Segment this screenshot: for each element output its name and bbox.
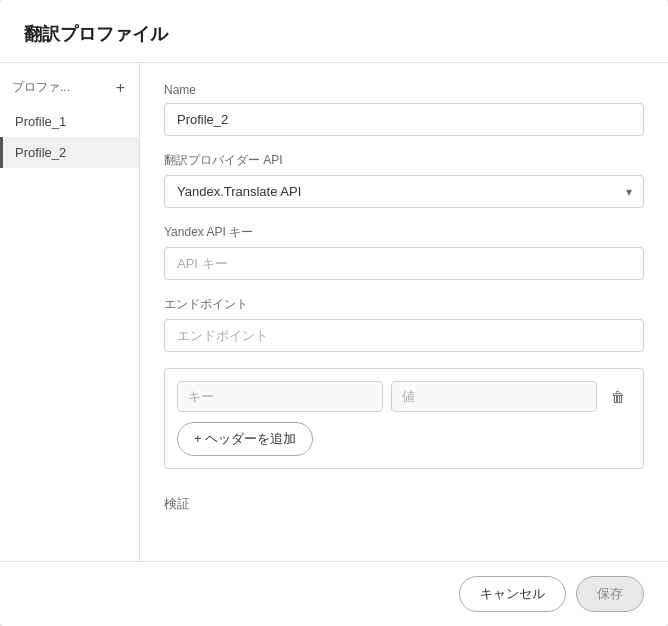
provider-select-wrapper: Yandex.Translate API Google Translate AP…	[164, 175, 644, 208]
add-header-button[interactable]: + ヘッダーを追加	[177, 422, 313, 456]
sidebar-label: プロファ...	[12, 79, 70, 96]
dialog-header: 翻訳プロファイル	[0, 0, 668, 63]
profile2-label: Profile_2	[15, 145, 66, 160]
api-key-input[interactable]	[164, 247, 644, 280]
cancel-button[interactable]: キャンセル	[459, 576, 566, 612]
api-key-label: Yandex API キー	[164, 224, 644, 241]
endpoint-label: エンドポイント	[164, 296, 644, 313]
provider-field-group: 翻訳プロバイダー API Yandex.Translate API Google…	[164, 152, 644, 208]
sidebar-header: プロファ... +	[0, 79, 139, 106]
name-field-group: Name	[164, 83, 644, 136]
save-button[interactable]: 保存	[576, 576, 644, 612]
verify-section: 検証	[164, 485, 644, 523]
dialog-title: 翻訳プロファイル	[24, 22, 644, 46]
trash-icon: 🗑	[611, 389, 625, 405]
main-content: Name 翻訳プロバイダー API Yandex.Translate API G…	[140, 63, 668, 561]
verify-label: 検証	[164, 496, 190, 511]
profile1-label: Profile_1	[15, 114, 66, 129]
translation-profile-dialog: 翻訳プロファイル プロファ... + Profile_1 Profile_2 N…	[0, 0, 668, 626]
sidebar-item-profile1[interactable]: Profile_1	[0, 106, 139, 137]
sidebar-item-profile2[interactable]: Profile_2	[0, 137, 139, 168]
name-label: Name	[164, 83, 644, 97]
name-input[interactable]	[164, 103, 644, 136]
delete-header-button[interactable]: 🗑	[605, 385, 631, 409]
headers-section: 🗑 + ヘッダーを追加	[164, 368, 644, 469]
add-profile-button[interactable]: +	[114, 80, 127, 96]
api-key-field-group: Yandex API キー	[164, 224, 644, 280]
provider-label: 翻訳プロバイダー API	[164, 152, 644, 169]
sidebar: プロファ... + Profile_1 Profile_2	[0, 63, 140, 561]
header-value-input[interactable]	[391, 381, 597, 412]
dialog-body: プロファ... + Profile_1 Profile_2 Name 翻訳プロバ…	[0, 63, 668, 561]
header-row: 🗑	[177, 381, 631, 412]
dialog-footer: キャンセル 保存	[0, 561, 668, 626]
endpoint-input[interactable]	[164, 319, 644, 352]
provider-select[interactable]: Yandex.Translate API Google Translate AP…	[164, 175, 644, 208]
header-key-input[interactable]	[177, 381, 383, 412]
endpoint-field-group: エンドポイント	[164, 296, 644, 352]
